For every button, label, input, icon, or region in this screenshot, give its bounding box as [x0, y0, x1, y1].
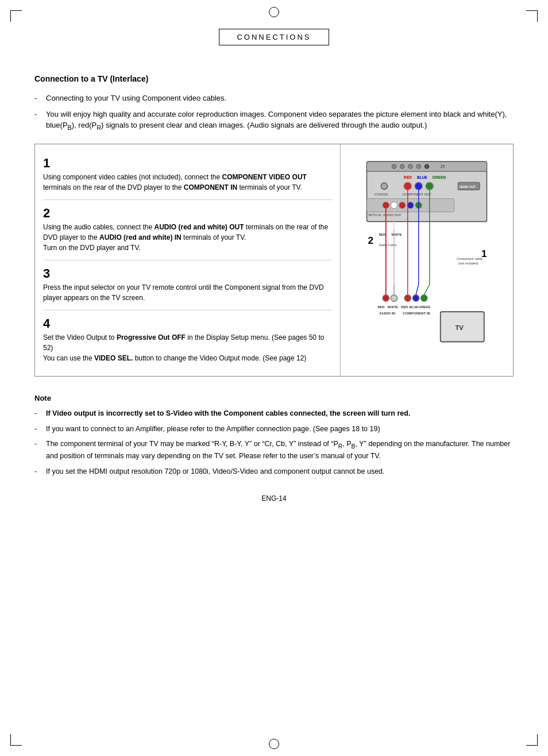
svg-point-21 [391, 202, 397, 209]
svg-point-4 [408, 164, 413, 169]
diagram-panel: 25 RED BLUE GREEN COAXIAL COMPONENT OUT … [341, 144, 513, 376]
note-section: Note - If Video output is incorrectly se… [34, 394, 514, 477]
svg-text:WHITE: WHITE [388, 305, 399, 309]
svg-text:HDMI OUT: HDMI OUT [460, 185, 476, 189]
bottom-circle [269, 739, 279, 749]
intro-bullet-2: - You will enjoy high quality and accura… [34, 109, 514, 132]
svg-text:GREEN: GREEN [433, 176, 446, 180]
svg-text:WHITE: WHITE [391, 233, 402, 237]
page-title: CONNECTIONS [237, 33, 311, 41]
note-item-4: - If you set the HDMI output resolution … [34, 466, 514, 477]
note-list: - If Video output is incorrectly set to … [34, 408, 514, 477]
step-2-number: 2 [43, 207, 332, 220]
svg-text:2: 2 [368, 235, 373, 246]
svg-point-23 [407, 202, 414, 209]
note-item-2: - If you want to connect to an Amplifier… [34, 424, 514, 435]
corner-mark-tl [10, 10, 22, 22]
corner-mark-br [526, 734, 538, 746]
svg-point-49 [421, 295, 427, 301]
svg-text:COAXIAL: COAXIAL [375, 193, 389, 196]
note-item-3: - The component terminal of your TV may … [34, 439, 514, 462]
connection-diagram: 25 RED BLUE GREEN COAXIAL COMPONENT OUT … [346, 151, 507, 369]
section-heading: Connection to a TV (Interlace) [34, 74, 514, 83]
svg-text:RED: RED [401, 305, 408, 309]
step-4-text: Set the Video Output to Progressive Out … [43, 332, 332, 363]
step-3: 3 Press the input selector on your TV re… [43, 260, 332, 310]
top-circle [269, 7, 279, 17]
svg-point-44 [391, 295, 397, 301]
svg-text:Component cable: Component cable [457, 257, 483, 260]
svg-point-43 [383, 295, 389, 301]
header-box: CONNECTIONS [219, 29, 329, 45]
svg-point-3 [400, 164, 404, 169]
svg-line-59 [424, 285, 430, 295]
svg-point-5 [416, 164, 421, 169]
steps-panel: 1 Using component video cables (not incl… [35, 144, 341, 376]
svg-text:RED: RED [404, 176, 412, 180]
svg-text:BLUE: BLUE [410, 305, 419, 309]
svg-text:COMPONENT OUT: COMPONENT OUT [402, 193, 431, 196]
page-number: ENG-14 [34, 494, 514, 502]
svg-point-2 [392, 164, 396, 169]
step-2-text: Using the audio cables, connect the AUDI… [43, 222, 332, 253]
intro-bullets: - Connecting to your TV using Component … [34, 93, 514, 132]
svg-text:COMPONENT IN: COMPONENT IN [403, 311, 430, 315]
page: CONNECTIONS Connection to a TV (Interlac… [0, 0, 548, 756]
step-1: 1 Using component video cables (not incl… [43, 150, 332, 200]
step-4: 4 Set the Video Output to Progressive Ou… [43, 310, 332, 370]
step-1-number: 1 [43, 157, 332, 170]
content-box: 1 Using component video cables (not incl… [34, 144, 514, 377]
note-item-1: - If Video output is incorrectly set to … [34, 408, 514, 419]
corner-mark-bl [10, 734, 22, 746]
svg-point-22 [399, 202, 406, 209]
svg-text:TV: TV [455, 324, 464, 331]
svg-text:AUDIO IN: AUDIO IN [379, 311, 395, 315]
svg-point-6 [424, 164, 429, 169]
svg-text:RED: RED [378, 305, 385, 309]
intro-bullet-1: - Connecting to your TV using Component … [34, 93, 514, 104]
svg-line-58 [416, 285, 419, 295]
svg-point-20 [383, 202, 389, 209]
svg-text:GREEN: GREEN [419, 305, 430, 309]
svg-point-13 [426, 182, 433, 190]
step-3-number: 3 [43, 267, 332, 280]
svg-point-12 [415, 182, 422, 190]
svg-text:RED: RED [379, 233, 385, 237]
note-title: Note [34, 394, 514, 402]
svg-point-47 [404, 295, 411, 301]
svg-text:25: 25 [441, 165, 445, 169]
svg-text:OPTICAL: OPTICAL [368, 213, 381, 217]
step-3-text: Press the input selector on your TV remo… [43, 282, 332, 303]
svg-text:BLUE: BLUE [417, 176, 428, 180]
svg-point-11 [404, 182, 411, 190]
svg-point-14 [381, 183, 387, 189]
step-2: 2 Using the audio cables, connect the AU… [43, 200, 332, 260]
corner-mark-tr [526, 10, 538, 22]
step-4-number: 4 [43, 317, 332, 330]
step-1-text: Using component video cables (not includ… [43, 172, 332, 193]
svg-point-48 [412, 295, 419, 301]
svg-text:(not included): (not included) [458, 262, 478, 265]
